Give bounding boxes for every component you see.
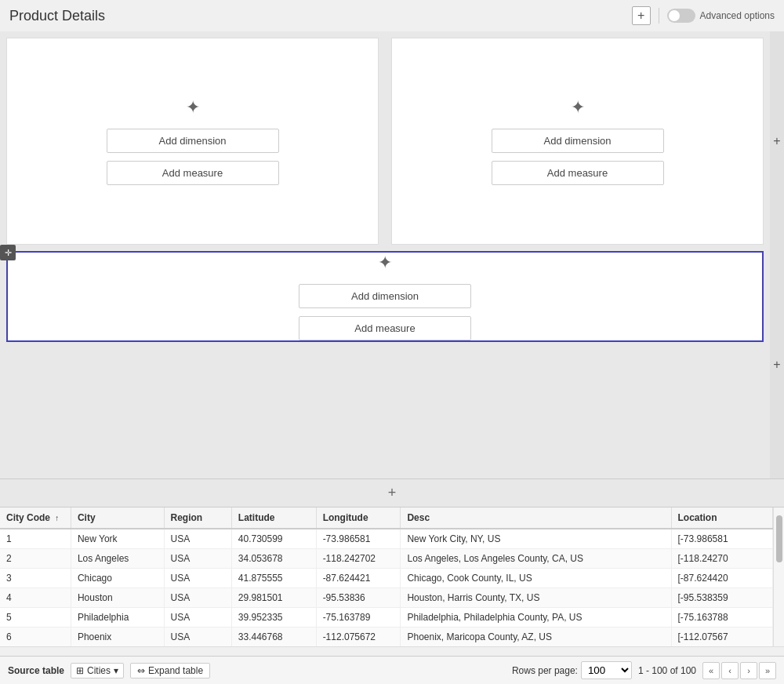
cell-location: [-75.163788: [671, 608, 772, 628]
data-table: City Code ↑ City Region Latitude Longitu…: [0, 508, 773, 646]
top-right-add-measure-button[interactable]: Add measure: [492, 161, 664, 185]
rows-per-page-label: Rows per page:: [512, 665, 578, 676]
col-header-desc[interactable]: Desc: [401, 508, 671, 529]
cell-location: [-73.986581: [671, 529, 772, 549]
add-panel-icon: +: [388, 485, 397, 501]
table-grid-icon: ⊞: [76, 665, 84, 676]
cell-city_code: 4: [0, 588, 71, 608]
cell-desc: New York City, NY, US: [401, 529, 671, 549]
col-header-region[interactable]: Region: [164, 508, 231, 529]
add-panel-bar[interactable]: +: [0, 478, 784, 507]
top-right-add-dimension-button[interactable]: Add dimension: [492, 129, 664, 153]
vertical-scrollbar[interactable]: [773, 508, 784, 646]
cell-latitude: 34.053678: [231, 549, 316, 569]
cell-latitude: 33.446768: [231, 628, 316, 647]
page-header: Product Details + Advanced options: [0, 0, 784, 31]
top-right-panel: ✦ Add dimension Add measure: [391, 38, 764, 245]
table-body: 1New YorkUSA40.730599-73.986581New York …: [0, 529, 773, 646]
scroll-inner: [0, 647, 784, 648]
cell-latitude: 40.730599: [231, 529, 316, 549]
nav-last-button[interactable]: »: [759, 662, 776, 679]
middle-panel-icon: ✦: [378, 253, 392, 273]
cell-city: Houston: [71, 588, 164, 608]
sort-asc-icon: ↑: [55, 514, 59, 522]
cell-latitude: 39.952335: [231, 608, 316, 628]
top-left-panel: ✦ Add dimension Add measure: [6, 38, 379, 245]
add-button[interactable]: +: [632, 6, 651, 25]
cell-city: Chicago: [71, 569, 164, 588]
cell-latitude: 41.875555: [231, 569, 316, 588]
table-with-scroll: City Code ↑ City Region Latitude Longitu…: [0, 508, 784, 646]
top-panels-container: ✦ Add dimension Add measure ✦ Add dimens…: [0, 31, 784, 251]
col-header-city-code[interactable]: City Code ↑: [0, 508, 71, 529]
table-row: 5PhiladelphiaUSA39.952335-75.163789Phila…: [0, 608, 773, 628]
header-actions: + Advanced options: [632, 6, 775, 25]
table-row: 1New YorkUSA40.730599-73.986581New York …: [0, 529, 773, 549]
cell-region: USA: [164, 529, 231, 549]
cell-desc: Los Angeles, Los Angeles County, CA, US: [401, 549, 671, 569]
cell-city_code: 2: [0, 549, 71, 569]
table-name-selector[interactable]: ⊞ Cities ▾: [71, 663, 124, 679]
cell-region: USA: [164, 608, 231, 628]
nav-next-button[interactable]: ›: [740, 662, 757, 679]
middle-panel-container: ✛ ✦ Add dimension Add measure +: [0, 251, 784, 478]
col-header-latitude[interactable]: Latitude: [231, 508, 316, 529]
cell-region: USA: [164, 588, 231, 608]
advanced-options-toggle[interactable]: [667, 9, 695, 23]
plus-icon: +: [637, 9, 644, 23]
cell-longitude: -87.624421: [316, 569, 401, 588]
expand-icon: ⇔: [137, 665, 145, 676]
table-footer: Source table ⊞ Cities ▾ ⇔ Expand table R…: [0, 656, 784, 684]
cell-city: New York: [71, 529, 164, 549]
table-name: Cities: [87, 665, 111, 676]
col-header-longitude[interactable]: Longitude: [316, 508, 401, 529]
nav-first-button[interactable]: «: [702, 662, 720, 679]
drag-handle[interactable]: ✛: [0, 245, 16, 260]
cell-latitude: 29.981501: [231, 588, 316, 608]
add-column-bottom-button[interactable]: +: [773, 358, 780, 372]
cell-longitude: -112.075672: [316, 628, 401, 647]
cell-location: [-118.24270: [671, 549, 772, 569]
table-row: 3ChicagoUSA41.875555-87.624421Chicago, C…: [0, 569, 773, 588]
table-row: 4HoustonUSA29.981501-95.53836Houston, Ha…: [0, 588, 773, 608]
cell-city_code: 6: [0, 628, 71, 647]
page-nav: « ‹ › »: [702, 662, 776, 679]
rows-per-page-control: Rows per page: 100 50 25: [512, 661, 632, 679]
table-row: 6PhoenixUSA33.446768-112.075672Phoenix, …: [0, 628, 773, 647]
nav-prev-button[interactable]: ‹: [721, 662, 739, 679]
footer-right: Rows per page: 100 50 25 1 - 100 of 100 …: [512, 661, 776, 679]
top-left-add-dimension-button[interactable]: Add dimension: [107, 129, 279, 153]
table-row: 2Los AngelesUSA34.053678-118.242702Los A…: [0, 549, 773, 569]
col-header-city[interactable]: City: [71, 508, 164, 529]
table-dropdown-icon: ▾: [114, 665, 118, 676]
top-panels-row: ✦ Add dimension Add measure ✦ Add dimens…: [0, 31, 770, 251]
advanced-options-label: Advanced options: [700, 10, 775, 21]
page-title: Product Details: [9, 8, 105, 24]
cell-desc: Houston, Harris County, TX, US: [401, 588, 671, 608]
top-left-add-measure-button[interactable]: Add measure: [107, 161, 279, 185]
advanced-options-toggle-wrap: Advanced options: [667, 9, 775, 23]
divider: [659, 8, 659, 24]
table-header-row: City Code ↑ City Region Latitude Longitu…: [0, 508, 773, 529]
middle-add-measure-button[interactable]: Add measure: [299, 316, 471, 340]
footer-left: Source table ⊞ Cities ▾ ⇔ Expand table: [8, 663, 210, 679]
add-column-top-button[interactable]: +: [773, 134, 780, 148]
middle-selected-panel: ✛ ✦ Add dimension Add measure: [6, 251, 764, 342]
right-sidebar-middle: +: [770, 251, 784, 478]
horizontal-scrollbar[interactable]: [0, 646, 784, 656]
cell-city_code: 3: [0, 569, 71, 588]
main-area: ✦ Add dimension Add measure ✦ Add dimens…: [0, 31, 784, 684]
page-info: 1 - 100 of 100: [638, 665, 696, 676]
top-right-panel-icon: ✦: [571, 97, 585, 118]
expand-table-button[interactable]: ⇔ Expand table: [130, 663, 210, 679]
table-scroll-wrap[interactable]: City Code ↑ City Region Latitude Longitu…: [0, 508, 773, 646]
move-icon: ✛: [5, 248, 12, 258]
cell-city_code: 1: [0, 529, 71, 549]
cell-city_code: 5: [0, 608, 71, 628]
middle-add-dimension-button[interactable]: Add dimension: [299, 284, 471, 308]
rows-per-page-select[interactable]: 100 50 25: [581, 661, 632, 679]
col-header-location[interactable]: Location: [671, 508, 772, 529]
cell-city: Phoenix: [71, 628, 164, 647]
cell-longitude: -118.242702: [316, 549, 401, 569]
right-sidebar-top: +: [770, 31, 784, 251]
